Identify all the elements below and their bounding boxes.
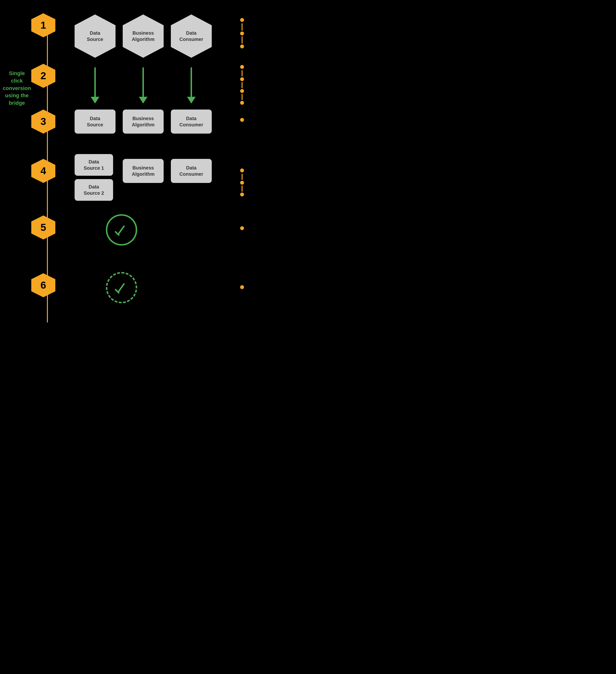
step-4: 4 xyxy=(31,159,55,183)
row6-check-area xyxy=(106,272,137,303)
rdot-4b xyxy=(240,181,244,185)
arrow-area xyxy=(75,68,226,104)
step-1-number: 1 xyxy=(40,19,46,31)
hex-3: 3 xyxy=(31,110,55,134)
row5-check-area xyxy=(106,214,137,245)
rect-data-source-1-label: DataSource 1 xyxy=(84,158,104,171)
right-dots-4 xyxy=(240,168,244,197)
rline-4a xyxy=(242,174,243,180)
rect-data-source-label: DataSource xyxy=(87,115,103,128)
hex-6: 6 xyxy=(31,273,55,297)
checkmark-6 xyxy=(114,280,129,296)
rect-data-source-1: DataSource 1 xyxy=(75,154,113,176)
arrow-shaft-3 xyxy=(191,68,192,97)
rdot-1b xyxy=(240,31,244,35)
rdot-2b xyxy=(240,77,244,81)
arrow-shaft-2 xyxy=(142,68,144,97)
rdot-2a xyxy=(240,65,244,69)
rdot-1c xyxy=(240,44,244,48)
arrow-2 xyxy=(139,68,147,104)
rdot-2c xyxy=(240,89,244,93)
arrow-head-1 xyxy=(91,97,99,104)
rdot-5a xyxy=(240,226,244,230)
right-dots-5 xyxy=(240,226,244,230)
rect-data-consumer-4: DataConsumer xyxy=(171,159,212,183)
rline-2a xyxy=(242,70,243,76)
arrow-1 xyxy=(91,68,99,104)
row1-hex-area: DataSource BusinessAlgorithm DataConsume… xyxy=(75,14,226,58)
rdot-3a xyxy=(240,118,244,122)
step-6: 6 xyxy=(31,273,55,297)
rdot-4a xyxy=(240,168,244,173)
rline-1a xyxy=(242,23,243,30)
row4-sources: DataSource 1 DataSource 2 xyxy=(75,154,113,201)
hex-4: 4 xyxy=(31,159,55,183)
rect-business-algorithm: BusinessAlgorithm xyxy=(123,110,164,134)
side-label: Single click conversion using the bridge xyxy=(2,70,31,107)
side-label-line1: Single click xyxy=(9,70,25,84)
step-5-number: 5 xyxy=(40,222,46,233)
right-dots-6 xyxy=(240,285,244,289)
hex-business-algorithm: BusinessAlgorithm xyxy=(123,14,164,58)
rdot-1a xyxy=(240,18,244,22)
arrow-col-3 xyxy=(171,68,212,104)
step-4-number: 4 xyxy=(40,165,46,177)
rline-4b xyxy=(242,186,243,192)
row3-rect-area: DataSource BusinessAlgorithm DataConsume… xyxy=(75,110,226,134)
arrow-head-3 xyxy=(187,97,196,104)
rdot-2d xyxy=(240,101,244,105)
right-dots-3 xyxy=(240,118,244,122)
check-circle-5 xyxy=(106,214,137,245)
hex-5: 5 xyxy=(31,215,55,239)
hex-data-source: DataSource xyxy=(75,14,116,58)
arrow-3 xyxy=(187,68,196,104)
side-label-line3: using the bridge xyxy=(5,92,29,106)
checkmark-5 xyxy=(114,222,129,238)
step-2-number: 2 xyxy=(40,70,46,82)
rect-business-algorithm-label: BusinessAlgorithm xyxy=(132,115,154,128)
row4-right: BusinessAlgorithm DataConsumer xyxy=(123,159,212,183)
arrow-shaft-1 xyxy=(94,68,96,97)
rect-data-source: DataSource xyxy=(75,110,116,134)
step-3-number: 3 xyxy=(40,116,46,127)
side-label-line2: conversion xyxy=(3,85,31,91)
hex-data-consumer: DataConsumer xyxy=(171,14,212,58)
hex-data-source-label: DataSource xyxy=(87,30,103,42)
hex-2: 2 xyxy=(31,64,55,88)
step-2: 2 xyxy=(31,64,55,88)
rdot-4c xyxy=(240,193,244,197)
rect-data-consumer-4-label: DataConsumer xyxy=(179,164,203,177)
rect-business-algorithm-4-label: BusinessAlgorithm xyxy=(132,164,154,177)
rline-2c xyxy=(242,94,243,100)
hex-data-consumer-label: DataConsumer xyxy=(179,30,203,42)
rect-data-consumer-label: DataConsumer xyxy=(179,115,203,128)
main-diagram: 1 2 3 4 5 6 Single click conversion usin… xyxy=(0,0,255,337)
arrow-col-1 xyxy=(75,68,116,104)
rect-data-source-2-label: DataSource 2 xyxy=(84,184,104,196)
step-5: 5 xyxy=(31,215,55,239)
arrow-col-2 xyxy=(123,68,164,104)
rect-data-consumer: DataConsumer xyxy=(171,110,212,134)
rect-data-source-2: DataSource 2 xyxy=(75,179,113,201)
arrow-head-2 xyxy=(139,97,147,104)
rline-2b xyxy=(242,82,243,88)
right-dots-1 xyxy=(240,18,244,49)
hex-business-algorithm-label: BusinessAlgorithm xyxy=(132,30,154,42)
hex-1: 1 xyxy=(31,13,55,37)
rect-business-algorithm-4: BusinessAlgorithm xyxy=(123,159,164,183)
check-circle-6 xyxy=(106,272,137,303)
right-dots-2 xyxy=(240,65,244,106)
rdot-6a xyxy=(240,285,244,289)
step-1: 1 xyxy=(31,13,55,37)
step-3: 3 xyxy=(31,110,55,134)
rline-1b xyxy=(242,36,243,43)
step-6-number: 6 xyxy=(40,279,46,291)
